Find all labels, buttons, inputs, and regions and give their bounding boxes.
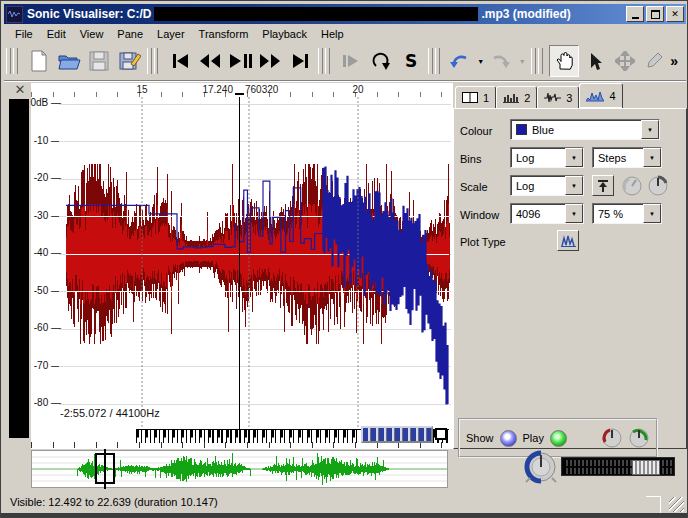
toolbar-handle[interactable] (147, 48, 152, 74)
solo-button[interactable]: S (396, 45, 426, 77)
app-icon-waveform (8, 10, 20, 18)
maximize-button[interactable] (646, 6, 664, 22)
menu-help[interactable]: Help (314, 27, 351, 41)
play-toggle-led[interactable] (550, 430, 567, 447)
plot-type-button[interactable] (557, 230, 579, 251)
gain-knob-disabled[interactable] (621, 175, 643, 197)
scale-label: Scale (460, 181, 488, 193)
fast-forward-to-end-button[interactable] (286, 45, 316, 77)
undo-menu-button[interactable]: ▼ (473, 45, 488, 77)
toolbar-handle[interactable] (435, 48, 440, 74)
master-volume-knob[interactable] (523, 449, 559, 485)
navigate-tool-button[interactable] (549, 45, 579, 77)
tab-layer-3[interactable]: 3 (537, 86, 579, 109)
tab-label: 4 (609, 90, 615, 102)
show-toggle-led[interactable] (500, 430, 517, 447)
pencil-icon (646, 51, 664, 71)
pane-close-button[interactable]: ✕ (12, 83, 28, 97)
play-selection-button[interactable] (336, 45, 366, 77)
waveform-spectrum-plot (31, 97, 451, 429)
waveform-icon (544, 92, 561, 103)
menu-layer[interactable]: Layer (150, 27, 192, 41)
new-session-button[interactable] (24, 45, 54, 77)
redo-icon (491, 53, 511, 69)
chevron-down-icon: ▼ (517, 58, 527, 65)
window-bottom-edge (1, 513, 688, 518)
close-button[interactable]: ✕ (666, 6, 684, 22)
window-overlap-value: 75 % (598, 208, 623, 220)
redo-button[interactable] (488, 45, 515, 77)
undo-button[interactable] (446, 45, 473, 77)
toolbar-handle[interactable] (154, 48, 159, 74)
menu-edit[interactable]: Edit (40, 27, 73, 41)
toolbar-handle[interactable] (318, 48, 323, 74)
chevron-down-icon[interactable]: ▼ (643, 204, 661, 223)
colour-select[interactable]: Blue ▼ (510, 119, 660, 140)
chevron-down-icon[interactable]: ▼ (565, 204, 583, 223)
chevron-down-icon[interactable]: ▼ (565, 176, 583, 195)
menu-transform[interactable]: Transform (192, 27, 256, 41)
open-file-button[interactable] (54, 45, 84, 77)
chevron-down-icon[interactable]: ▼ (643, 148, 661, 167)
play-pause-button[interactable] (225, 45, 255, 77)
toolbar-handle[interactable] (428, 48, 433, 74)
bins-scale-select[interactable]: Log ▼ (510, 147, 584, 168)
scale-select[interactable]: Log ▼ (510, 175, 584, 196)
bar-chart-icon (503, 92, 519, 103)
menu-view[interactable]: View (73, 27, 111, 41)
tab-label: 1 (483, 92, 489, 104)
progress-widget-outline (646, 496, 661, 514)
layer-pan-knob[interactable] (628, 427, 650, 449)
rewind-to-start-button[interactable] (164, 45, 194, 77)
bins-display-select[interactable]: Steps ▼ (592, 147, 662, 168)
plot-type-label: Plot Type (460, 236, 506, 248)
tab-label: 3 (566, 92, 572, 104)
normalize-button[interactable] (592, 175, 614, 196)
tab-layer-4-spectrum[interactable]: 4 (579, 83, 622, 109)
rewind-button[interactable] (195, 45, 225, 77)
app-icon[interactable] (6, 6, 23, 23)
menu-file[interactable]: File (8, 27, 40, 41)
colour-rotation-knob[interactable] (647, 175, 669, 197)
draw-tool-button[interactable] (640, 45, 670, 77)
edit-tool-button[interactable] (610, 45, 640, 77)
menu-pane[interactable]: Pane (110, 27, 150, 41)
title-bar[interactable]: Sonic Visualiser: C:/D .mp3 (modified) ✕ (4, 4, 686, 24)
chevron-down-icon[interactable]: ▼ (641, 120, 659, 139)
select-tool-button[interactable] (579, 45, 609, 77)
menu-playback[interactable]: Playback (255, 27, 314, 41)
playback-gain-fader[interactable] (561, 457, 675, 476)
colour-scale-bar (9, 99, 29, 438)
spectrum-icon (586, 90, 604, 102)
plot-area[interactable] (31, 97, 451, 429)
chevron-down-icon[interactable]: ▼ (565, 148, 583, 167)
colour-swatch (516, 124, 527, 135)
resize-grip[interactable] (669, 497, 684, 512)
save-session-button[interactable] (84, 45, 114, 77)
zoom-thumbwheel[interactable] (361, 426, 433, 443)
window-size-select[interactable]: 4096 ▼ (510, 203, 584, 224)
toolbar-handle[interactable] (325, 48, 330, 74)
window-overlap-select[interactable]: 75 % ▼ (592, 203, 662, 224)
cursor-arrow-icon (586, 51, 604, 71)
tab-layer-2[interactable]: 2 (496, 86, 537, 109)
toolbar-overflow-button[interactable]: » (670, 53, 678, 69)
layer-gain-knob[interactable] (601, 427, 623, 449)
scale-value: Log (516, 180, 534, 192)
export-audio-button[interactable] (115, 45, 145, 77)
toolbar-handle[interactable] (6, 48, 11, 74)
toolbar-handle[interactable] (13, 48, 18, 74)
toolbar-handle[interactable] (531, 48, 536, 74)
minimize-button[interactable] (626, 6, 644, 22)
toolbar-handle[interactable] (538, 48, 543, 74)
tab-layer-1[interactable]: 1 (455, 86, 496, 109)
window-title-prefix: Sonic Visualiser: C:/D (27, 7, 151, 21)
fader-handle[interactable] (632, 460, 660, 475)
zoom-reset-button[interactable] (435, 428, 447, 440)
spectrum-pane[interactable]: ✕ 15 17.240 760320 20 0dB —-10 —-20 —-30… (7, 83, 453, 449)
play-loop-button[interactable] (366, 45, 396, 77)
overview-waveform[interactable] (31, 450, 448, 488)
play-selection-icon (341, 53, 361, 69)
redo-menu-button[interactable]: ▼ (514, 45, 529, 77)
fast-forward-button[interactable] (255, 45, 285, 77)
